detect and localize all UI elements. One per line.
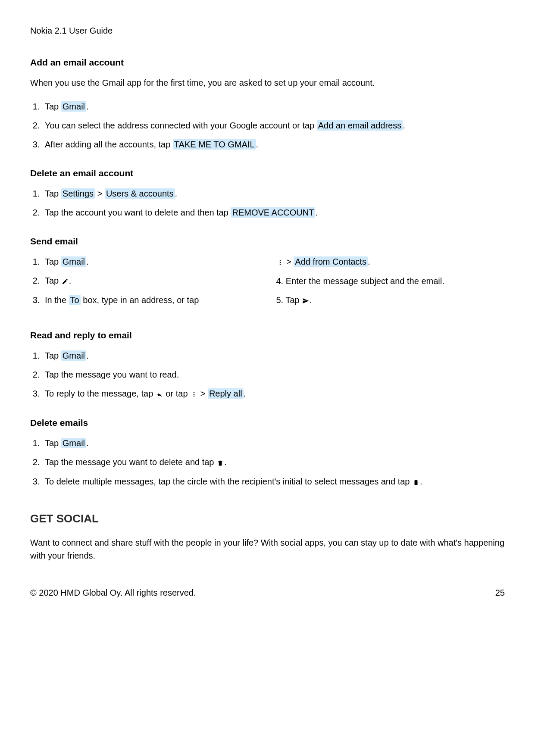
steps-delete-account: Tap Settings > Users & accounts. Tap the… bbox=[30, 187, 505, 219]
delete-icon bbox=[216, 456, 224, 469]
heading-send-email: Send email bbox=[30, 236, 505, 247]
ui-label-take-me-to-gmail: TAKE ME TO GMAIL bbox=[173, 139, 256, 150]
steps-send-email-right: > Add from Contacts. 4. Enter the messag… bbox=[276, 255, 505, 307]
step: To reply to the message, tap or tap > Re… bbox=[42, 387, 505, 400]
step: Tap Gmail. bbox=[42, 437, 505, 450]
ui-label-remove-account: REMOVE ACCOUNT bbox=[231, 207, 315, 218]
page-footer: © 2020 HMD Global Oy. All rights reserve… bbox=[30, 588, 505, 598]
ui-label-add-from-contacts: Add from Contacts bbox=[294, 256, 368, 267]
step: You can select the address connected wit… bbox=[42, 119, 505, 132]
svg-point-2 bbox=[279, 264, 281, 265]
copyright: © 2020 HMD Global Oy. All rights reserve… bbox=[30, 588, 196, 598]
step: Tap the account you want to delete and t… bbox=[42, 206, 505, 219]
step-continuation: > Add from Contacts. bbox=[276, 255, 505, 269]
body-get-social: Want to connect and share stuff with the… bbox=[30, 536, 505, 562]
step: Tap Gmail. bbox=[42, 255, 259, 268]
ui-label-to: To bbox=[69, 295, 81, 305]
intro-add-email: When you use the Gmail app for the first… bbox=[30, 76, 505, 89]
step: Tap the message you want to delete and t… bbox=[42, 456, 505, 469]
heading-delete-email-account: Delete an email account bbox=[30, 168, 505, 178]
step: After adding all the accounts, tap TAKE … bbox=[42, 138, 505, 151]
svg-point-3 bbox=[194, 392, 195, 394]
page-number: 25 bbox=[495, 588, 505, 598]
ui-label-gmail: Gmail bbox=[61, 438, 86, 448]
step: Tap the message you want to read. bbox=[42, 368, 505, 381]
svg-point-1 bbox=[279, 262, 281, 263]
document-title: Nokia 2.1 User Guide bbox=[30, 26, 505, 36]
ui-label-add-email-address: Add an email address bbox=[317, 120, 403, 131]
heading-read-reply: Read and reply to email bbox=[30, 330, 505, 341]
more-vert-icon bbox=[190, 387, 198, 400]
ui-label-gmail: Gmail bbox=[61, 101, 86, 112]
step: In the To box, type in an address, or ta… bbox=[42, 294, 259, 306]
heading-delete-emails: Delete emails bbox=[30, 418, 505, 428]
step: To delete multiple messages, tap the cir… bbox=[42, 475, 505, 488]
step: 5. Tap . bbox=[276, 294, 505, 307]
delete-icon bbox=[412, 475, 420, 488]
svg-point-4 bbox=[194, 394, 195, 395]
more-vert-icon bbox=[276, 256, 284, 269]
ui-label-gmail: Gmail bbox=[61, 350, 86, 361]
ui-label-reply-all: Reply all bbox=[208, 388, 244, 399]
svg-point-0 bbox=[279, 260, 281, 262]
ui-label-users-accounts: Users & accounts bbox=[105, 188, 175, 199]
step: Tap Settings > Users & accounts. bbox=[42, 187, 505, 200]
steps-add-email: Tap Gmail. You can select the address co… bbox=[30, 100, 505, 151]
ui-label-settings: Settings bbox=[61, 188, 95, 199]
steps-read-reply: Tap Gmail. Tap the message you want to r… bbox=[30, 349, 505, 400]
send-email-columns: Tap Gmail. Tap . In the To box, type in … bbox=[30, 255, 505, 313]
heading-get-social: GET SOCIAL bbox=[30, 512, 505, 525]
step: Tap Gmail. bbox=[42, 349, 505, 362]
reply-icon bbox=[156, 387, 163, 400]
steps-delete-emails: Tap Gmail. Tap the message you want to d… bbox=[30, 437, 505, 488]
heading-add-email-account: Add an email account bbox=[30, 57, 505, 68]
step: Tap . bbox=[42, 274, 259, 287]
step: Tap Gmail. bbox=[42, 100, 505, 113]
ui-label-gmail: Gmail bbox=[61, 256, 86, 267]
send-icon bbox=[302, 294, 310, 307]
steps-send-email-left: Tap Gmail. Tap . In the To box, type in … bbox=[30, 255, 259, 306]
compose-icon bbox=[61, 275, 69, 287]
svg-point-5 bbox=[194, 396, 195, 397]
step: 4. Enter the message subject and the ema… bbox=[276, 275, 505, 287]
